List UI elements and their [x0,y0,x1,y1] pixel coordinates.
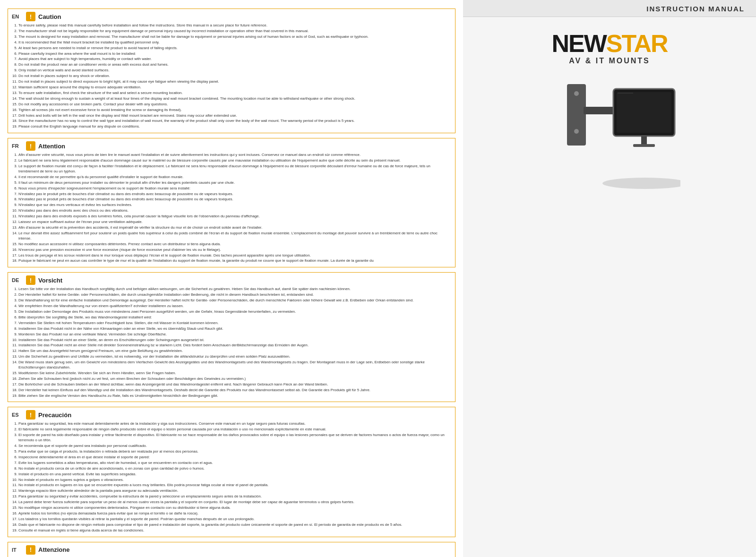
list-item: Tighten all screws (do not exert excessi… [18,108,451,113]
lang-badge-it: IT [12,547,23,553]
list-item: No instale el producto cerca de un orifi… [18,466,451,471]
list-item: No instale el producto en lugares sujeto… [18,478,451,483]
list-item: Consulte el manual en inglés si tiene al… [18,528,451,533]
list-item: Le mur devrait être assez suffisamment f… [18,231,451,241]
list-item: Wir empfehlen Ihnen die Wandhalterung nu… [18,304,451,309]
list-item: Para garantizar su seguridad, lea este m… [18,421,451,427]
list-item: The mount is designed for easy installat… [18,34,451,40]
list-item: Montieren Sie das Produkt nur an eine ve… [18,332,451,337]
list-item: Los taladros y los tornillos quedarán vi… [18,517,451,522]
list-item: Avoid places that are subject to high te… [18,57,451,62]
list-item: Ziehen Sie alle Schrauben fest (jedoch n… [18,377,451,382]
list-item: Die Wand muss stark genug sein, um ein G… [18,360,451,370]
list-item: Il faut un minimum de deux personnes pou… [18,180,451,186]
section-header-es: ES ! Precaución [12,410,451,420]
list-item: Halten Sie um das Anzeigefeld herum genü… [18,349,451,354]
section-it: IT ! Attenzione Per garantire la sicurez… [8,542,455,557]
list-item: Lesen Sie bitte vor der Installation das… [18,287,451,292]
list-item: Do not install the product near an air c… [18,62,451,68]
list-item: Afin d'assurer votre sécurité, nous vous… [18,153,451,158]
list-item: Installieren Sie das Produkt nicht in de… [18,326,451,332]
list-item: N'installez que sur des murs verticaux e… [18,203,451,208]
list-item: Since the manufacturer has no way to con… [18,119,451,124]
list-item: Laissez un espace suffisant autour de l'… [18,220,451,225]
list-item: N'installez pas dans des endroits exposé… [18,214,451,219]
warning-icon-it: ! [26,545,35,555]
list-item: Apriete todos los tornillos (no ejerza d… [18,511,451,516]
section-en: EN ! Caution To ensure safety, please re… [8,9,455,133]
right-panel: INSTRUCTION MANUAL NEWSTAR AV & IT MOUNT… [463,0,756,557]
list-item: Il est recommandé de ne permettre qu'à d… [18,175,451,180]
list-item: Please carefully inspect the area where … [18,51,451,57]
list-item: The manufacturer shall not be legally re… [18,29,451,34]
list-item: Para garantizar su seguridad y evitar ac… [18,494,451,499]
section-body-de: Lesen Sie bitte vor der Installation das… [12,287,451,398]
list-item: Die Installation oder Demontage des Prod… [18,309,451,315]
section-title-fr: Attention [38,143,65,150]
list-item: To ensure safety, please read this manua… [18,23,451,28]
list-item: Bitte überprüfen Sie sorgfältig die Stel… [18,315,451,320]
section-title-es: Precaución [38,411,71,419]
list-item: Inspeccione detenidamente el área en el … [18,455,451,460]
list-item: Do not install in places subject to any … [18,74,451,79]
list-item: Please consult the English language manu… [18,124,451,129]
list-item: Se recomienda que el soporte de pared se… [18,444,451,449]
logo-star: STAR [606,30,668,57]
list-item: El fabricante no será legalmente respons… [18,427,451,432]
list-item: El soporte de pared ha sido diseñado par… [18,433,451,443]
section-es: ES ! Precaución Para garantizar su segur… [8,407,455,537]
section-body-en: To ensure safety, please read this manua… [12,23,451,129]
lang-badge-en: EN [12,14,23,19]
list-item: N'installez pas le produit près de bouch… [18,197,451,202]
instruction-header: INSTRUCTION MANUAL [463,0,756,17]
list-item: Vermeiden Sie Stellen mit hohen Temperat… [18,321,451,326]
list-item: Nous vous prions d'inspecter soigneuseme… [18,186,451,191]
list-item: Drill holes and bolts will be left in th… [18,113,451,119]
svg-rect-6 [617,92,671,133]
list-item: N'installez pas le produit près de bouch… [18,192,451,197]
list-item: Le fabricant ne sera tenu légalement res… [18,158,451,163]
section-fr: FR ! Attention Afin d'assurer votre sécu… [8,138,455,267]
svg-point-2 [574,129,579,134]
list-item: Do not modify any accessories or use bro… [18,102,451,107]
list-item: No modifique ningún accesorio ni utilice… [18,506,451,511]
list-item: La pared debe tener fuerza suficiente pa… [18,500,451,505]
lang-badge-fr: FR [12,143,23,149]
list-item: Do not install in places subject to dire… [18,79,451,85]
svg-rect-8 [641,136,647,145]
section-title-en: Caution [38,13,61,20]
list-item: Installieren Sie das Produkt nicht an ei… [18,338,451,343]
product-image [529,75,690,207]
list-item: Le support de fixation murale est conçu … [18,164,451,174]
section-de: DE ! Vorsicht Lesen Sie bitte vor der In… [8,272,455,402]
lang-badge-es: ES [12,412,23,418]
warning-icon-es: ! [26,410,35,420]
list-item: It is recommended that the Wall mount br… [18,40,451,45]
list-item: Only install on vertical walls and avoid… [18,68,451,73]
list-item: To ensure safe installation, first check… [18,91,451,96]
logo-new: NEW [551,30,606,57]
list-item: Die Wandhalterung ist für eine einfache … [18,298,451,303]
list-item: Instale el producto en una pared vertica… [18,472,451,477]
section-header-it: IT ! Attenzione [12,545,451,555]
section-body-fr: Afin d'assurer votre sécurité, nous vous… [12,153,451,264]
list-item: Der Hersteller hat keinen Einfluss auf d… [18,388,451,393]
section-header-de: DE ! Vorsicht [12,275,451,285]
list-item: Puisque le fabricant ne peut en aucun ca… [18,258,451,264]
section-header-fr: FR ! Attention [12,141,451,151]
list-item: At least two persons are needed to insta… [18,46,451,51]
list-item: N'exercez pas une pression excessive ni … [18,248,451,253]
svg-point-1 [574,91,579,96]
list-item: The wall should be strong enough to sust… [18,96,451,102]
list-item: Die Bohrlöcher und die Schrauben bleiben… [18,382,451,387]
list-item: Evite los lugares sometidos a altas temp… [18,461,451,466]
list-item: Maintain sufficient space around the dis… [18,85,451,90]
list-item: Um die Sicherheit zu gewähren und Unfäll… [18,354,451,360]
logo-subtitle: AV & IT MOUNTS [569,57,650,65]
list-item: No modifiez aucun accessoire ni utilisez… [18,242,451,247]
list-item: No instale el producto en lugares en los… [18,483,451,488]
svg-point-10 [602,178,680,189]
list-item: Mantenga espacio libre suficiente alrede… [18,488,451,494]
svg-rect-9 [633,144,655,147]
lang-badge-de: DE [12,277,23,283]
